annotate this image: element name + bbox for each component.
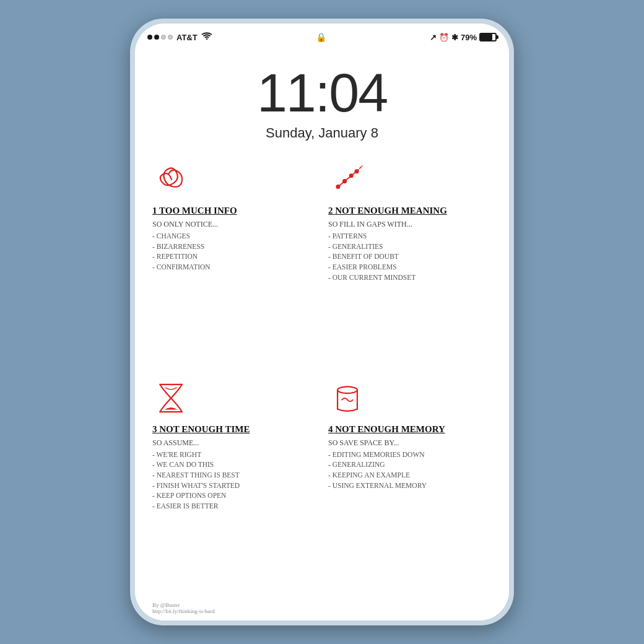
list-item: - Our Current Mindset [328,272,492,283]
section-1-title-text: Too Much Info [159,206,237,215]
section-3-subtitle: So Assume... [152,438,316,448]
section-4-number: 4 [328,424,333,434]
status-right: ↗ ⏰ ✱ 79% [430,33,497,42]
section-2-subtitle: So Fill In Gaps With... [328,220,492,229]
phone-frame: AT&T 🔒 ↗ ⏰ ✱ 79% [130,19,514,625]
list-item: - Generalities [328,242,492,252]
carrier-label: AT&T [176,33,198,42]
section-4-title: 4 Not Enough Memory [328,424,492,435]
signal-dot-2 [154,35,159,40]
wifi-icon [201,32,212,43]
battery-fill [481,34,492,40]
hourglass-icon [152,379,191,417]
svg-point-6 [337,386,357,393]
phone-screen: AT&T 🔒 ↗ ⏰ ✱ 79% [135,24,509,620]
alarm-icon: ⏰ [439,33,449,42]
chart-icon [328,160,367,199]
section-4-list: - Editing Memories Down - Generalizing -… [328,450,492,491]
section-4-title-text: Not Enough Memory [335,424,445,434]
list-item: - We're Right [152,450,316,460]
time-display: 11:04 [257,66,387,120]
section-1-number: 1 [152,206,157,215]
signal-dot-4 [168,35,173,40]
footer-line2: http://bit.ly/thinking-is-hard [152,608,492,614]
chart-icon-area [328,157,492,202]
signal-dot-1 [147,35,152,40]
screen-content: 11:04 Sunday, January 8 1 [135,51,509,620]
list-item: - Confirmation [152,262,316,272]
list-item: - Patterns [328,231,492,242]
status-bar: AT&T 🔒 ↗ ⏰ ✱ 79% [135,24,509,51]
content-grid: 1 Too Much Info So Only Notice... - Chan… [135,152,509,599]
bucket-icon [328,379,367,417]
list-item: - Repetition [152,251,316,262]
section-4-subtitle: So Save Space By... [328,438,492,448]
status-left: AT&T [147,32,212,43]
battery-percent: 79% [461,33,477,42]
lock-icon: 🔒 [316,32,326,42]
bucket-icon-area [328,376,492,420]
list-item: - Easier Problems [328,262,492,272]
hourglass-icon-area [152,376,316,420]
section-3-title-text: Not Enough Time [159,424,250,434]
section-1-list: - Changes - Bizarreness - Repetition - C… [152,231,316,272]
section-1-title: 1 Too Much Info [152,206,316,216]
quadrant-not-enough-meaning: 2 Not Enough Meaning So Fill In Gaps Wit… [322,152,498,371]
footer: By @Buster http://bit.ly/thinking-is-har… [135,599,509,620]
list-item: - Editing Memories Down [328,450,492,460]
list-item: - Finish What's Started [152,481,316,491]
list-item: - Easier Is Better [152,501,316,511]
quadrant-too-much-info: 1 Too Much Info So Only Notice... - Chan… [146,152,322,371]
section-1-subtitle: So Only Notice... [152,220,316,229]
signal-dot-3 [161,35,166,40]
battery-icon [479,33,497,41]
section-3-list: - We're Right - We Can Do This - Nearest… [152,450,316,511]
section-3-number: 3 [152,424,157,434]
section-3-title: 3 Not Enough Time [152,424,316,435]
section-2-number: 2 [328,206,333,215]
chaos-icon-area [152,157,316,202]
bluetooth-icon: ✱ [451,33,458,42]
date-display: Sunday, January 8 [266,125,378,141]
chaos-icon [152,160,191,199]
list-item: - Nearest Thing Is Best [152,470,316,481]
list-item: - Generalizing [328,459,492,470]
list-item: - Keeping An Example [328,470,492,481]
quadrant-not-enough-time: 3 Not Enough Time So Assume... - We're R… [146,371,322,599]
section-2-title-text: Not Enough Meaning [335,206,447,215]
list-item: - Changes [152,231,316,242]
list-item: - We Can Do This [152,459,316,470]
list-item: - Keep Options Open [152,490,316,501]
section-2-list: - Patterns - Generalities - Benefit Of D… [328,231,492,282]
section-2-title: 2 Not Enough Meaning [328,206,492,216]
status-center: 🔒 [316,32,326,42]
quadrant-not-enough-memory: 4 Not Enough Memory So Save Space By... … [322,371,498,599]
footer-line1: By @Buster [152,602,492,608]
location-icon: ↗ [430,33,437,42]
list-item: - Using External Memory [328,481,492,491]
list-item: - Bizarreness [152,242,316,252]
signal-dots [147,35,173,40]
list-item: - Benefit Of Doubt [328,251,492,262]
